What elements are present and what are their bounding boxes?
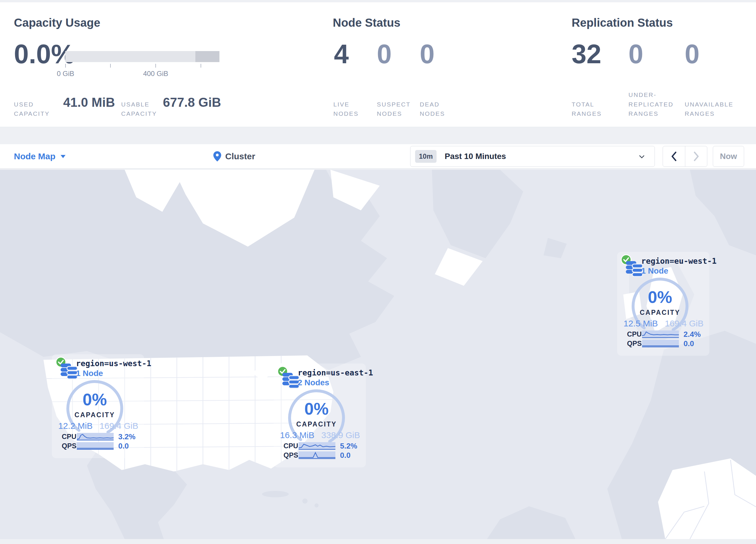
time-prev-button[interactable] [663, 146, 685, 166]
bar-tick [110, 64, 111, 68]
bar-tick-label-400: 400 GiB [143, 70, 168, 78]
unavailable-ranges-label: UNAVAILABLE RANGES [685, 100, 733, 119]
region-marker-eu-west-1[interactable]: region=eu-west-1 1 Node 0% CAPACITY 12.5… [619, 253, 706, 354]
database-stack-icon [282, 372, 300, 389]
region-capacity-label: CAPACITY [630, 309, 690, 317]
qps-sparkline [77, 442, 114, 450]
time-range-label: Past 10 Minutes [445, 152, 506, 161]
region-used-capacity: 16.3 MiB [280, 430, 314, 440]
usable-capacity-label: USABLE CAPACITY [121, 100, 157, 119]
suspect-nodes-label: SUSPECT NODES [377, 100, 411, 119]
cpu-label: CPU [62, 433, 77, 441]
live-nodes-count: 4 [334, 41, 349, 67]
total-ranges-label: TOTAL RANGES [572, 100, 602, 119]
region-marker-us-west-1[interactable]: region=us-west-1 1 Node 0% CAPACITY 12.2… [54, 356, 141, 456]
now-button[interactable]: Now [713, 146, 744, 167]
qps-value: 0.0 [684, 339, 694, 348]
qps-value: 0.0 [118, 442, 129, 451]
map-pin-icon [213, 151, 221, 162]
region-node-count: 2 Nodes [298, 378, 329, 387]
view-selector-label: Node Map [14, 151, 55, 161]
region-name: region=us-east-1 [298, 368, 373, 377]
region-name: region=eu-west-1 [641, 256, 717, 265]
database-stack-icon [60, 363, 78, 380]
time-range-badge: 10m [415, 150, 437, 163]
used-capacity-value: 41.0 MiB [63, 95, 115, 110]
dead-nodes-count: 0 [420, 41, 435, 67]
region-marker-us-east-1[interactable]: region=us-east-1 2 Nodes 0% CAPACITY 16.… [275, 365, 363, 466]
region-node-count: 1 Node [76, 369, 103, 378]
qps-value: 0.0 [340, 451, 350, 460]
cpu-value: 3.2% [118, 432, 135, 441]
bar-tick [65, 64, 66, 68]
region-name: region=us-west-1 [76, 359, 151, 368]
chevron-left-icon [671, 151, 677, 161]
region-total-capacity: 169.4 GiB [665, 319, 704, 329]
database-stack-icon [625, 260, 643, 278]
qps-sparkline [642, 340, 679, 347]
time-range-arrows [663, 146, 707, 167]
bar-tick [201, 64, 201, 68]
under-replicated-ranges-label: UNDER- REPLICATED RANGES [628, 90, 673, 119]
bar-tick [155, 64, 156, 68]
caret-down-icon [61, 155, 66, 158]
qps-label: QPS [627, 340, 642, 348]
cpu-sparkline [299, 442, 335, 450]
breadcrumb-cluster[interactable]: Cluster [213, 144, 255, 168]
capacity-usage-bar-reserved [195, 51, 219, 62]
cpu-value: 5.2% [340, 442, 357, 451]
qps-sparkline [299, 452, 335, 459]
dead-nodes-label: DEAD NODES [420, 100, 445, 119]
cpu-value: 2.4% [684, 330, 701, 339]
view-selector-node-map[interactable]: Node Map [14, 144, 66, 168]
chevron-down-icon [639, 155, 645, 158]
chevron-right-icon [693, 151, 699, 161]
under-replicated-ranges-count: 0 [628, 41, 643, 67]
time-next-button[interactable] [685, 146, 707, 166]
time-range-dropdown[interactable]: 10m Past 10 Minutes [410, 146, 655, 167]
map-toolbar: Node Map Cluster 10m Past 10 Minutes [0, 144, 756, 168]
used-capacity-label: USED CAPACITY [14, 100, 50, 119]
cpu-sparkline [642, 331, 679, 338]
region-total-capacity: 169.4 GiB [100, 421, 138, 431]
node-map: region=us-west-1 1 Node 0% CAPACITY 12.2… [0, 170, 756, 539]
suspect-nodes-count: 0 [377, 41, 392, 67]
usable-capacity-value: 677.8 GiB [163, 95, 221, 110]
cluster-overview-panel: Capacity Usage 0.0% 0 GiB 400 GiB USED C… [0, 2, 756, 127]
qps-label: QPS [283, 451, 299, 459]
cpu-label: CPU [627, 330, 642, 338]
region-total-capacity: 338.9 GiB [321, 430, 360, 440]
region-used-capacity: 12.5 MiB [624, 319, 658, 329]
region-capacity-label: CAPACITY [65, 411, 124, 419]
total-ranges-count: 32 [572, 41, 601, 67]
region-capacity-percent: 0% [287, 399, 346, 418]
region-capacity-percent: 0% [65, 390, 124, 409]
cpu-label: CPU [283, 442, 299, 450]
capacity-usage-bar [65, 51, 219, 62]
node-status-title: Node Status [333, 16, 400, 29]
breadcrumb-label: Cluster [225, 151, 255, 161]
region-node-count: 1 Node [641, 266, 668, 276]
capacity-usage-title: Capacity Usage [14, 16, 100, 29]
cpu-sparkline [77, 433, 114, 440]
region-capacity-percent: 0% [630, 287, 690, 307]
bar-tick-label-0: 0 GiB [57, 70, 74, 78]
qps-label: QPS [62, 442, 77, 450]
region-capacity-label: CAPACITY [287, 420, 346, 428]
region-used-capacity: 12.2 MiB [58, 421, 92, 431]
live-nodes-label: LIVE NODES [333, 100, 359, 119]
unavailable-ranges-count: 0 [685, 41, 699, 67]
replication-status-title: Replication Status [572, 16, 673, 29]
